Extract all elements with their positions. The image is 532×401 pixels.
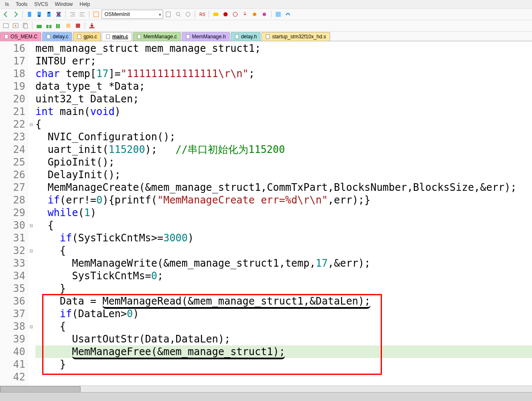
- function-combo[interactable]: OSMemInit: [102, 10, 163, 19]
- code-line[interactable]: if(SysTickCntMs>=3000): [35, 232, 532, 244]
- back-icon[interactable]: [2, 10, 10, 19]
- line-number: 41: [0, 358, 25, 371]
- fold-marker: [29, 93, 34, 105]
- line-number: 35: [0, 282, 25, 295]
- forward-icon[interactable]: [11, 10, 20, 19]
- fold-marker[interactable]: ⊟: [29, 244, 34, 257]
- translate-icon[interactable]: [64, 21, 73, 30]
- build-icon[interactable]: [35, 21, 43, 30]
- line-number: 40: [0, 345, 25, 358]
- line-number: 32: [0, 244, 25, 257]
- code-line[interactable]: if(err!=0){printf("MemManageCreate err=%…: [35, 194, 532, 206]
- svg-rect-30: [106, 35, 110, 39]
- line-number: 37: [0, 307, 25, 320]
- bookmark-prev-icon[interactable]: [35, 10, 43, 19]
- fold-marker: [29, 156, 34, 168]
- line-gutter: 1617181920212223242526272829303132333435…: [0, 41, 29, 393]
- code-line[interactable]: NVIC_Configuration();: [35, 131, 532, 143]
- fold-marker[interactable]: ⊟: [29, 118, 34, 131]
- tab-startup_stm32f10x_hd-s[interactable]: startup_stm32f10x_hd.s: [261, 32, 330, 41]
- code-line[interactable]: data_type_t *Data;: [35, 80, 532, 93]
- debug-reset-icon[interactable]: RST: [198, 10, 206, 19]
- fold-marker: [29, 143, 34, 156]
- code-line[interactable]: UsartOutStr(Data,DataLen);: [35, 333, 532, 345]
- fold-marker[interactable]: ⊟: [29, 219, 34, 232]
- goto-def-icon[interactable]: [164, 10, 173, 19]
- bookmark-icon[interactable]: [25, 10, 34, 19]
- svg-rect-21: [46, 25, 48, 28]
- menubar: Is Tools SVCS Window Help: [0, 0, 532, 9]
- run-icon[interactable]: [212, 10, 220, 19]
- indent-icon[interactable]: [68, 10, 77, 19]
- code-line[interactable]: int main(void): [35, 105, 532, 118]
- tab-delay-c[interactable]: delay.c: [42, 32, 72, 41]
- line-number: 21: [0, 105, 25, 118]
- run-to-cursor-icon[interactable]: [260, 10, 269, 19]
- code-line[interactable]: {: [35, 219, 532, 232]
- browse-icon[interactable]: [184, 10, 192, 19]
- batch-build-icon[interactable]: [54, 21, 63, 30]
- tab-gpio-c[interactable]: gpio.c: [73, 32, 101, 41]
- code-line[interactable]: GpioInit();: [35, 156, 532, 168]
- horizontal-scrollbar[interactable]: [0, 385, 532, 393]
- code-line[interactable]: Data = MemManageRead(&mem_manage_struct1…: [35, 295, 532, 307]
- svg-rect-4: [94, 12, 99, 17]
- files-icon[interactable]: [21, 21, 30, 30]
- code-line[interactable]: uint32_t DataLen;: [35, 93, 532, 105]
- tab-delay-h[interactable]: delay.h: [231, 32, 261, 41]
- menu-item[interactable]: Window: [55, 1, 73, 7]
- code-area[interactable]: mem_manage_struct mem_manage_struct1;INT…: [34, 41, 532, 393]
- stop-icon[interactable]: [221, 10, 230, 19]
- code-line[interactable]: }: [35, 358, 532, 371]
- toolbox-icon[interactable]: [284, 10, 292, 19]
- code-line[interactable]: mem_manage_struct mem_manage_struct1;: [35, 42, 532, 55]
- code-line[interactable]: DelayInit();: [35, 168, 532, 181]
- line-number: 29: [0, 206, 25, 219]
- bookmark-clear-icon[interactable]: [54, 10, 63, 19]
- rebuild-icon[interactable]: [45, 21, 53, 30]
- svg-rect-34: [266, 35, 269, 39]
- menu-item[interactable]: Is: [5, 1, 9, 7]
- project-icon[interactable]: [2, 21, 10, 30]
- code-line[interactable]: SysTickCntMs=0;: [35, 270, 532, 282]
- stop-build-icon[interactable]: [74, 21, 82, 30]
- download-icon[interactable]: [88, 21, 96, 30]
- find-icon[interactable]: [174, 10, 183, 19]
- code-line[interactable]: {: [35, 320, 532, 333]
- code-line[interactable]: char temp[17]="111111111111111\r\n";: [35, 67, 532, 80]
- statusbar: [0, 392, 532, 401]
- code-line[interactable]: INT8U err;: [35, 55, 532, 67]
- step-into-icon[interactable]: [241, 10, 249, 19]
- line-number: 34: [0, 270, 25, 282]
- code-line[interactable]: while(1): [35, 206, 532, 219]
- code-line[interactable]: {: [35, 118, 532, 131]
- line-number: 16: [0, 42, 25, 55]
- toolbar-build: [0, 20, 532, 32]
- menu-item[interactable]: Help: [80, 1, 90, 7]
- code-line[interactable]: if(DataLen>0): [35, 307, 532, 320]
- code-line[interactable]: uart_init(115200); //串口初始化为115200: [35, 143, 532, 156]
- tab-main-c[interactable]: main.c: [102, 32, 132, 41]
- options-icon[interactable]: [11, 21, 20, 30]
- bookmark-next-icon[interactable]: [45, 10, 53, 19]
- menu-item[interactable]: Tools: [16, 1, 27, 7]
- step-over-icon[interactable]: [231, 10, 239, 19]
- window-layout-icon[interactable]: [274, 10, 282, 19]
- code-line[interactable]: {: [35, 244, 532, 257]
- file-icon: [234, 34, 239, 39]
- step-out-icon[interactable]: [250, 10, 259, 19]
- svg-rect-32: [186, 35, 190, 39]
- tab-OS_MEM-C[interactable]: OS_MEM.C: [0, 32, 41, 41]
- outdent-icon[interactable]: [78, 10, 86, 19]
- code-line[interactable]: MemManageCreate(&mem_manage_struct1,Comm…: [35, 181, 532, 194]
- tab-MemManage-h[interactable]: MemManage.h: [182, 32, 230, 41]
- line-number: 20: [0, 93, 25, 105]
- code-line[interactable]: MemManageFree(&mem_manage_struct1);: [35, 345, 532, 358]
- code-line[interactable]: }: [35, 282, 532, 295]
- fold-marker[interactable]: ⊟: [29, 320, 34, 333]
- code-line[interactable]: [35, 371, 532, 383]
- tab-MemManage-c[interactable]: MemManage.c: [133, 32, 180, 41]
- code-line[interactable]: MemManageWrite(&mem_manage_struct1,temp,…: [35, 257, 532, 270]
- window-icon[interactable]: [92, 10, 100, 19]
- menu-item[interactable]: SVCS: [34, 1, 48, 7]
